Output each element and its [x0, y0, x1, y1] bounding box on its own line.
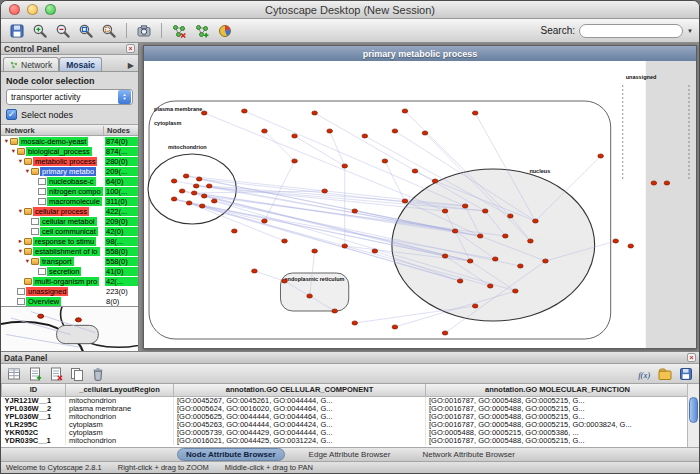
network-node[interactable] — [528, 239, 534, 243]
table-cell[interactable]: YJR121W__1 — [2, 396, 66, 405]
network-node[interactable] — [502, 234, 508, 238]
tree-item-macromolecule[interactable]: macromolecule311(0) — [1, 196, 138, 206]
column-header[interactable]: annotation.GO CELLULAR_COMPONENT — [174, 384, 426, 396]
folder-open-icon[interactable] — [656, 365, 674, 382]
network-node[interactable] — [191, 191, 197, 195]
tree-item-unassigned[interactable]: unassigned223(0) — [1, 286, 138, 296]
network-node[interactable] — [332, 309, 338, 313]
network-node[interactable] — [513, 289, 519, 293]
table-row[interactable]: YLR295Ccytoplasm[GO:0045263, GO:0044444,… — [2, 421, 690, 429]
tree-item-metabolic-process[interactable]: ▾metabolic process280(0) — [1, 156, 138, 166]
table-cell[interactable]: [GO:0016787, GO:0005488, GO:0005215, GO:… — [426, 421, 690, 429]
network-node[interactable] — [382, 159, 388, 163]
expand-arrow-icon[interactable]: ▾ — [17, 207, 24, 215]
network-node[interactable] — [482, 209, 488, 213]
table-cell[interactable]: plasma membrane — [66, 405, 174, 413]
attribute-delete-icon[interactable] — [47, 365, 65, 382]
network-node[interactable] — [508, 214, 514, 218]
network-node[interactable] — [262, 219, 268, 223]
tree-item-multi-organism-pro[interactable]: multi-organism pro42(... — [1, 276, 138, 286]
tree-item-cellular-process[interactable]: ▾cellular process422(... — [1, 206, 138, 216]
table-cell[interactable]: [GO:0005624, GO:0016020, GO:0044464, G..… — [174, 405, 426, 413]
tree-item-biological-process[interactable]: ▾biological_process874(... — [1, 146, 138, 156]
network-node[interactable] — [442, 254, 448, 258]
network-node[interactable] — [412, 169, 418, 173]
network-node[interactable] — [292, 134, 298, 138]
network-node[interactable] — [183, 174, 189, 178]
network-node[interactable] — [211, 199, 217, 203]
network-node[interactable] — [598, 154, 604, 158]
table-cell[interactable]: [GO:0005625, GO:0044444, GO:0044464, G..… — [174, 413, 426, 421]
network-edge[interactable] — [385, 161, 405, 201]
network-node[interactable] — [282, 279, 288, 283]
tree-item-overview[interactable]: Overview8(0) — [1, 296, 138, 306]
zoom-fit-icon[interactable] — [76, 21, 96, 40]
trash-icon[interactable] — [89, 365, 107, 382]
tab-edge-attribute-browser[interactable]: Edge Attribute Browser — [301, 449, 399, 460]
network-hide-selected-icon[interactable] — [169, 21, 189, 40]
network-node[interactable] — [422, 131, 428, 135]
expand-arrow-icon[interactable]: ▾ — [17, 157, 24, 165]
zoom-in-icon[interactable] — [30, 21, 50, 40]
network-node[interactable] — [171, 197, 177, 201]
table-scrollbar[interactable] — [687, 384, 699, 447]
network-node[interactable] — [232, 229, 238, 233]
formula-builder-icon[interactable]: f(x) — [635, 365, 653, 382]
network-node[interactable] — [352, 209, 358, 213]
network-node[interactable] — [206, 184, 212, 188]
tree-column-nodes[interactable]: Nodes — [104, 126, 138, 135]
window-titlebar[interactable]: Cytoscape Desktop (New Session) — [1, 1, 699, 19]
network-node[interactable] — [327, 129, 333, 133]
tree-item-transport[interactable]: ▾transport558(0) — [1, 256, 138, 266]
network-node[interactable] — [472, 111, 478, 115]
network-node[interactable] — [467, 259, 473, 263]
tab-node-attribute-browser[interactable]: Node Attribute Browser — [177, 448, 285, 461]
table-cell[interactable]: [GO:0016787, GO:0005488, GO:0005215, G..… — [426, 405, 690, 413]
table-cell[interactable]: [GO:0016787, GO:0005488, GO:0005215, G..… — [426, 396, 690, 405]
save-small-icon[interactable] — [677, 365, 695, 382]
table-cell[interactable]: [GO:0045267, GO:0045261, GO:0044444, G..… — [174, 396, 426, 405]
network-edge[interactable] — [204, 113, 445, 211]
network-node[interactable] — [342, 244, 348, 248]
network-node[interactable] — [462, 204, 468, 208]
network-node[interactable] — [518, 264, 524, 268]
tree-item-primary-metabo[interactable]: ▾primary metabo209(... — [1, 166, 138, 176]
network-node[interactable] — [179, 189, 185, 193]
tree-item-nitrogen-compo[interactable]: nitrogen compo100(... — [1, 186, 138, 196]
table-cell[interactable]: mitochondrion — [66, 437, 174, 445]
select-nodes-checkbox[interactable]: ✓ — [6, 109, 17, 120]
network-node[interactable] — [201, 111, 207, 115]
search-options-button[interactable]: ▼ — [687, 28, 693, 34]
network-view-titlebar[interactable]: primary metabolic process — [144, 46, 696, 61]
attribute-select-icon[interactable] — [5, 365, 23, 382]
expand-arrow-icon[interactable]: ▾ — [24, 167, 31, 175]
network-node[interactable] — [372, 249, 378, 253]
zoom-window-button[interactable] — [45, 4, 56, 15]
network-edge[interactable] — [254, 271, 284, 281]
table-cell[interactable]: mitochondrion — [66, 413, 174, 421]
network-node[interactable] — [392, 325, 398, 329]
table-cell[interactable]: [GO:0016787, GO:0005488, GO:0005215, G..… — [426, 437, 690, 445]
tab-mosaic[interactable]: Mosaic — [59, 57, 102, 71]
network-node[interactable] — [613, 239, 619, 243]
network-node[interactable] — [322, 189, 328, 193]
node-color-select[interactable]: transporter activity ▲▼ — [6, 89, 133, 105]
zoom-out-icon[interactable] — [53, 21, 73, 40]
table-cell[interactable]: mitochondrion — [66, 396, 174, 405]
tree-item-secretion[interactable]: secretion41(0) — [1, 266, 138, 276]
data-panel-close-icon[interactable]: × — [687, 353, 696, 362]
network-node[interactable] — [402, 199, 408, 203]
network-node[interactable] — [452, 229, 458, 233]
table-row[interactable]: YJR121W__1mitochondrion[GO:0045267, GO:0… — [2, 396, 690, 405]
table-cell[interactable]: YKR052C — [2, 429, 66, 437]
tab-scroll-right-button[interactable]: ▶ — [126, 61, 136, 71]
network-node[interactable] — [196, 177, 202, 181]
network-node[interactable] — [242, 109, 248, 113]
network-node[interactable] — [312, 249, 318, 253]
table-cell[interactable]: [GO:0045263, GO:0044444, GO:0044424, G..… — [174, 421, 426, 429]
network-node[interactable] — [201, 194, 207, 198]
network-edge[interactable] — [264, 131, 294, 161]
expand-arrow-icon[interactable]: ▸ — [17, 237, 24, 245]
network-node[interactable] — [472, 304, 478, 308]
network-node[interactable] — [664, 181, 670, 185]
